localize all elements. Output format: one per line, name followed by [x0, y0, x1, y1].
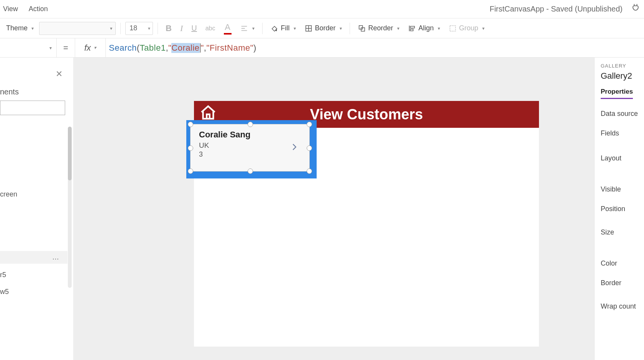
formula-bar: = fx Search(Table1, "Coralie", "FirstNam…: [0, 38, 644, 58]
tok-ds: Table1: [140, 43, 166, 53]
border-label: Border: [315, 24, 336, 32]
more-icon[interactable]: …: [52, 253, 67, 261]
prop-position[interactable]: Position: [601, 205, 644, 213]
app-checker-icon[interactable]: [630, 3, 641, 15]
tree-item-selected[interactable]: …: [0, 251, 67, 264]
bold-button[interactable]: B: [163, 22, 175, 35]
prop-fields[interactable]: Fields: [601, 129, 644, 137]
underline-button[interactable]: U: [188, 22, 200, 34]
strikethrough-button[interactable]: abc: [202, 23, 219, 33]
border-icon: [304, 24, 313, 33]
font-size-combo[interactable]: 18 ▾: [125, 22, 153, 35]
align-label: Align: [419, 24, 434, 32]
app-screen: View Customers Coralie Sang UK 3: [194, 101, 539, 347]
tok-comma: ,: [204, 43, 207, 53]
group-dropdown[interactable]: Group: [445, 23, 488, 34]
properties-panel: GALLERY Gallery2 Properties Data source …: [594, 58, 644, 360]
resize-handle[interactable]: [248, 122, 253, 127]
menu-view[interactable]: View: [3, 5, 18, 13]
svg-rect-9: [410, 26, 414, 28]
menubar-left: View Action: [2, 5, 48, 13]
prop-layout[interactable]: Layout: [601, 154, 644, 162]
text-align-button[interactable]: [237, 23, 258, 34]
formula-input[interactable]: Search(Table1, "Coralie", "FirstName"): [106, 38, 644, 57]
font-name-combo[interactable]: [39, 22, 116, 35]
equals-cell: =: [57, 38, 75, 57]
resize-handle[interactable]: [188, 122, 193, 127]
tok-comma: ,: [166, 43, 168, 53]
fill-dropdown[interactable]: Fill: [267, 23, 299, 34]
close-icon[interactable]: ✕: [56, 69, 62, 79]
canvas[interactable]: View Customers Coralie Sang UK 3: [74, 58, 594, 360]
tree-item-screen[interactable]: creen: [0, 190, 17, 198]
group-icon: [449, 24, 457, 33]
tok-column: FirstName: [210, 43, 250, 53]
theme-dropdown[interactable]: Theme: [3, 23, 37, 34]
tok-quote: ": [206, 43, 209, 53]
prop-visible[interactable]: Visible: [601, 185, 644, 193]
separator: [262, 23, 263, 34]
resize-handle[interactable]: [307, 122, 312, 127]
property-dropdown[interactable]: [0, 38, 57, 57]
separator: [158, 23, 158, 34]
gallery-item-subtitle: UK: [199, 141, 209, 150]
fill-icon: [270, 24, 279, 33]
svg-rect-11: [450, 25, 455, 31]
separator: [350, 23, 350, 34]
prop-border[interactable]: Border: [601, 279, 644, 287]
panel-category: GALLERY: [601, 63, 644, 69]
border-dropdown[interactable]: Border: [301, 23, 345, 34]
resize-handle[interactable]: [188, 168, 193, 174]
tok-quote: ": [168, 43, 171, 53]
group-label: Group: [459, 24, 478, 32]
prop-size[interactable]: Size: [601, 228, 644, 236]
tab-properties[interactable]: Properties: [601, 88, 633, 99]
prop-data-source[interactable]: Data source: [601, 110, 644, 118]
align-icon: [408, 24, 416, 33]
ribbon: Theme 18 ▾ B I U abc A Fill Border Reord…: [0, 18, 644, 38]
gallery-item[interactable]: Coralie Sang UK 3: [190, 124, 310, 172]
fill-label: Fill: [281, 24, 290, 32]
resize-handle[interactable]: [248, 168, 253, 174]
fx-button[interactable]: fx: [75, 38, 106, 57]
menubar: View Action FirstCanvasApp - Saved (Unpu…: [0, 0, 644, 18]
prop-color[interactable]: Color: [601, 259, 644, 268]
selected-control-name: Gallery2: [601, 71, 644, 81]
tok-quote: ": [201, 43, 204, 53]
prop-wrap-count[interactable]: Wrap count: [601, 302, 644, 310]
tree-tab-fragment[interactable]: nents: [0, 88, 19, 96]
separator: [120, 23, 121, 34]
font-color-button[interactable]: A: [221, 21, 235, 36]
reorder-label: Reorder: [368, 24, 393, 32]
workspace: ✕ nents creen … r5 w5 View Customers Cor…: [0, 58, 644, 360]
chevron-right-icon[interactable]: [290, 141, 299, 154]
svg-rect-7: [361, 28, 365, 31]
resize-handle[interactable]: [307, 168, 312, 174]
tree-search-input[interactable]: [0, 101, 65, 115]
tok-fn: Search: [109, 43, 137, 53]
reorder-icon: [358, 24, 366, 33]
italic-button[interactable]: I: [177, 22, 186, 35]
menubar-right: FirstCanvasApp - Saved (Unpublished): [490, 3, 641, 15]
tok-quote: ": [250, 43, 253, 53]
menu-action[interactable]: Action: [29, 5, 48, 13]
scrollbar-thumb[interactable]: [68, 127, 72, 180]
svg-rect-6: [359, 25, 362, 29]
gallery-item-body: 3: [199, 150, 203, 159]
font-size-value: 18: [130, 24, 137, 32]
resize-handle[interactable]: [307, 145, 312, 151]
fx-label: fx: [84, 43, 91, 53]
app-status-text: FirstCanvasApp - Saved (Unpublished): [490, 5, 623, 13]
tok-close: ): [253, 43, 256, 53]
resize-handle[interactable]: [188, 145, 193, 151]
align-dropdown[interactable]: Align: [405, 23, 443, 34]
gallery-selection[interactable]: Coralie Sang UK 3: [186, 120, 317, 178]
tree-scrollbar[interactable]: [68, 127, 72, 288]
tree-item-r5[interactable]: r5: [0, 271, 6, 279]
tree-view-panel: ✕ nents creen … r5 w5: [0, 58, 74, 360]
tok-selected: Coralie: [171, 43, 199, 53]
reorder-dropdown[interactable]: Reorder: [355, 23, 402, 34]
tree-item-w5[interactable]: w5: [0, 288, 9, 296]
text-caret: [200, 43, 200, 53]
tok-open: (: [137, 43, 140, 53]
